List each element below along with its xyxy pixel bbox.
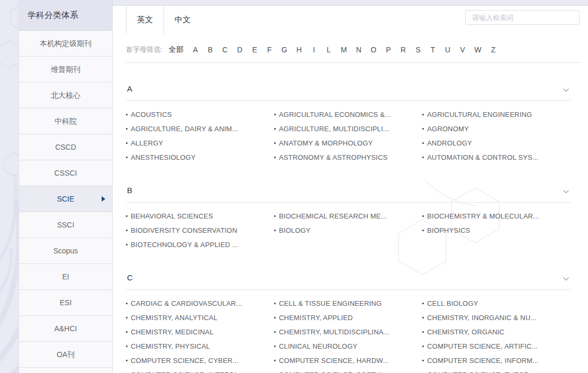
letter-filter-item[interactable]: L <box>326 46 332 54</box>
filter-all-button[interactable]: 全部 <box>169 45 184 54</box>
category-item[interactable]: CLINICAL NEUROLOGY <box>274 339 422 353</box>
bullet-icon <box>274 128 276 130</box>
category-item[interactable]: AGRICULTURE, MULTIDISCIPLI... <box>274 122 422 136</box>
category-grid: ACOUSTICS AGRICULTURAL ECONOMICS &... AG… <box>126 101 571 165</box>
letter-filter-item[interactable]: H <box>296 46 302 54</box>
bullet-icon <box>126 331 128 333</box>
category-item[interactable]: ANESTHESIOLOGY <box>126 150 274 165</box>
chevron-down-icon[interactable] <box>563 274 569 283</box>
sidebar-item-label: 本机构定级期刊 <box>40 39 92 48</box>
sidebar-item[interactable]: Scopus <box>19 238 112 264</box>
category-item[interactable]: BEHAVIORAL SCIENCES <box>126 209 274 223</box>
category-item[interactable]: ACOUSTICS <box>126 107 274 122</box>
letter-filter-item[interactable]: B <box>207 46 213 54</box>
subject-classification-sidebar: 学科分类体系 本机构定级期刊 维普期刊 北大核心 中科院 C <box>19 0 113 373</box>
sidebar-item[interactable]: 本机构定级期刊 <box>19 31 112 57</box>
category-item[interactable]: AGRONOMY <box>422 122 571 136</box>
bullet-icon <box>126 230 128 231</box>
letter-filter-item[interactable]: S <box>415 46 421 54</box>
letter-filter-item[interactable]: I <box>311 46 317 54</box>
sidebar-item[interactable]: SCIE <box>19 186 112 212</box>
language-tab[interactable]: 中文 <box>164 6 201 33</box>
category-item[interactable]: ALLERGY <box>126 136 274 150</box>
category-item[interactable]: ANATOMY & MORPHOLOGY <box>274 136 422 150</box>
category-item[interactable]: AGRICULTURAL ECONOMICS &... <box>274 107 422 122</box>
letter-filter-item[interactable]: V <box>459 46 465 54</box>
category-item[interactable]: CARDIAC & CARDIOVASCULAR... <box>126 296 274 311</box>
letter-filter-item[interactable]: W <box>474 46 481 54</box>
category-item[interactable]: COMPUTER SCIENCE, ARTIFIC... <box>422 339 571 353</box>
category-item[interactable]: COMPUTER SCIENCE, HARDW... <box>274 353 422 368</box>
category-item[interactable]: BIOCHEMISTRY & MOLECULAR... <box>422 209 571 223</box>
bullet-icon <box>126 114 128 115</box>
main-panel: 英文 中文 首字母筛选: 全部 A B C <box>113 5 588 373</box>
letter-filter-item[interactable]: E <box>252 46 258 54</box>
category-item[interactable]: CHEMISTRY, MULTIDISCIPLINA... <box>274 325 422 339</box>
category-item[interactable]: BIODIVERSITY CONSERVATION <box>126 223 274 238</box>
category-item[interactable]: BIOPHYSICS <box>422 223 571 238</box>
category-item[interactable]: ASTRONOMY & ASTROPHYSICS <box>274 150 422 165</box>
category-item[interactable]: CELL BIOLOGY <box>422 296 571 311</box>
sidebar-item[interactable]: EI <box>19 264 112 290</box>
search-box <box>465 10 580 25</box>
category-item[interactable]: AGRICULTURE, DAIRY & ANIM... <box>126 122 274 136</box>
bullet-icon <box>274 317 276 319</box>
letter-filter-item[interactable]: M <box>341 46 347 54</box>
category-item[interactable]: CHEMISTRY, MEDICINAL <box>126 325 274 339</box>
category-label: AGRICULTURE, MULTIDISCIPLI... <box>279 125 389 133</box>
letter-filter-item[interactable]: G <box>282 46 287 54</box>
category-item[interactable]: CHEMISTRY, APPLIED <box>274 311 422 325</box>
chevron-down-icon[interactable] <box>563 85 569 94</box>
category-item[interactable]: CHEMISTRY, PHYSICAL <box>126 339 274 353</box>
category-label: COMPUTER SCIENCE, INFORM... <box>427 357 539 365</box>
letter-filter-item[interactable]: D <box>237 46 243 54</box>
letter-filter-item[interactable]: P <box>385 46 391 54</box>
sidebar-item[interactable]: A&HCI <box>19 316 112 342</box>
category-item[interactable]: COMPUTER SCIENCE, THEOR... <box>422 368 571 373</box>
chevron-down-icon[interactable] <box>563 187 569 196</box>
category-item[interactable]: BIOCHEMICAL RESEARCH ME... <box>274 209 422 223</box>
category-item[interactable]: COMPUTER SCIENCE, INTERDI... <box>126 368 274 373</box>
sidebar-item[interactable]: CSSCI <box>19 160 112 186</box>
category-item[interactable]: CHEMISTRY, INORGANIC & NU... <box>422 311 571 325</box>
category-item[interactable]: ANDROLOGY <box>422 136 571 150</box>
category-item[interactable]: CELL & TISSUE ENGINEERING <box>274 296 422 311</box>
tab-label: 英文 <box>137 15 153 24</box>
letter-filter-item[interactable]: U <box>445 46 450 54</box>
letter-filter-item[interactable]: O <box>370 46 376 54</box>
sidebar-item[interactable]: 维普期刊 <box>19 57 112 83</box>
category-item[interactable]: CHEMISTRY, ANALYTICAL <box>126 311 274 325</box>
category-item[interactable]: AGRICULTURAL ENGINEERING <box>422 107 571 122</box>
category-item[interactable]: BIOLOGY <box>274 223 422 238</box>
search-input[interactable] <box>465 10 580 25</box>
category-label: CHEMISTRY, APPLIED <box>279 314 353 322</box>
category-item[interactable]: CHEMISTRY, ORGANIC <box>422 325 571 339</box>
section-header: C <box>126 270 571 290</box>
category-item[interactable]: BIOTECHNOLOGY & APPLIED ... <box>126 238 274 252</box>
sidebar-item[interactable]: SSCI <box>19 212 112 238</box>
letter-filter-item[interactable]: R <box>400 46 406 54</box>
filter-label: 首字母筛选: <box>126 45 162 54</box>
bullet-icon <box>274 114 276 115</box>
bullet-icon <box>126 317 128 319</box>
sidebar-item[interactable]: OA刊 <box>19 342 112 368</box>
bullet-icon <box>422 345 424 347</box>
letter-filter-item[interactable]: N <box>356 46 361 54</box>
sidebar-item[interactable]: ESI <box>19 290 112 316</box>
letter-filter-item[interactable]: A <box>193 46 198 54</box>
bullet-icon <box>422 331 424 333</box>
sidebar-item[interactable]: 北大核心 <box>19 83 112 108</box>
category-item[interactable]: COMPUTER SCIENCE, CYBER... <box>126 353 274 368</box>
category-item[interactable]: AUTOMATION & CONTROL SYS... <box>422 150 571 165</box>
sidebar-item[interactable]: 中科院 <box>19 108 112 134</box>
letter-filter-item[interactable]: F <box>267 46 273 54</box>
category-item[interactable]: COMPUTER SCIENCE, INFORM... <box>422 353 571 368</box>
language-tab[interactable]: 英文 <box>126 6 164 33</box>
letter-filter-item[interactable]: C <box>222 46 228 54</box>
sidebar-item[interactable]: CSCD <box>19 134 112 160</box>
letter-filter-item[interactable]: Z <box>491 46 496 54</box>
category-label: ASTRONOMY & ASTROPHYSICS <box>279 153 387 161</box>
letter-filter-item[interactable]: T <box>430 46 436 54</box>
category-item[interactable]: COMPUTER SCIENCE, SOFTW... <box>274 368 422 373</box>
sidebar-item-label: ESI <box>60 298 72 307</box>
